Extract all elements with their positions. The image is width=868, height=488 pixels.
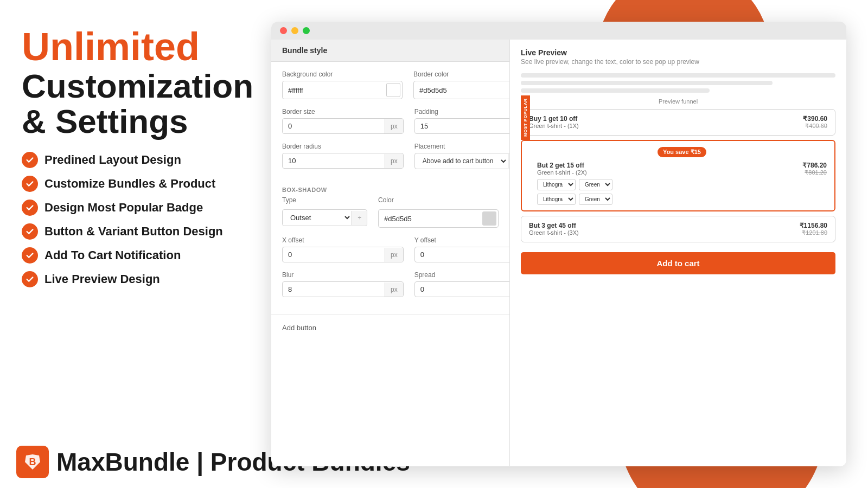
padding-input-row: px bbox=[414, 118, 510, 134]
form-row-blur-spread: Blur px Spread px bbox=[282, 271, 499, 297]
mac-window: Bundle style Background color Border col… bbox=[271, 22, 846, 466]
shadow-type-select[interactable]: Outset Inset bbox=[283, 210, 352, 226]
placement-select[interactable]: Above add to cart button Below add to ca… bbox=[415, 153, 508, 169]
blur-input[interactable] bbox=[283, 282, 385, 297]
form-group-shadow-type: Type Outset Inset ÷ bbox=[282, 196, 367, 228]
bundle-2-price-current: ₹786.20 bbox=[802, 162, 827, 169]
border-size-input[interactable] bbox=[283, 119, 385, 133]
bundle-2-price-old: ₹801.20 bbox=[802, 169, 827, 176]
feature-label-customize: Customize Bundles & Product bbox=[44, 177, 215, 191]
bundle-2-price: ₹786.20 ₹801.20 bbox=[802, 162, 827, 176]
border-size-label: Border size bbox=[282, 108, 404, 115]
bundle-2-subtitle: Green t-shirt - (2X) bbox=[537, 169, 802, 176]
check-icon-predined bbox=[22, 152, 38, 168]
form-group-placement: Placement Above add to cart button Below… bbox=[414, 143, 510, 169]
left-panel: Unlimited Customization & Settings Predi… bbox=[22, 16, 250, 304]
placement-select-wrapper: Above add to cart button Below add to ca… bbox=[414, 153, 510, 169]
x-offset-row: px bbox=[282, 247, 404, 262]
preview-title: Live Preview bbox=[521, 48, 835, 57]
shadow-color-input[interactable] bbox=[379, 211, 481, 226]
bundle-option-1-row: Buy 1 get 10 off Green t-shirt - (1X) ₹3… bbox=[529, 115, 827, 130]
bundle-3-price-old: ₹1201.80 bbox=[800, 229, 827, 236]
bundle-3-subtitle: Green t-shirt - (3X) bbox=[529, 229, 800, 236]
border-radius-input[interactable] bbox=[283, 153, 385, 168]
blur-row: px bbox=[282, 281, 404, 297]
add-to-cart-button[interactable]: Add to cart bbox=[521, 252, 835, 274]
bundle-style-header: Bundle style bbox=[271, 40, 509, 62]
border-radius-unit: px bbox=[385, 154, 403, 168]
skeleton-line-1 bbox=[521, 73, 835, 78]
shadow-type-row: Outset Inset ÷ bbox=[282, 209, 367, 226]
heading-settings: & Settings bbox=[22, 104, 250, 139]
bundle-1-subtitle: Green t-shirt - (1X) bbox=[529, 123, 803, 129]
shadow-color-row bbox=[378, 209, 499, 228]
box-shadow-title: BOX-SHADOW bbox=[282, 187, 499, 193]
skeleton-line-2 bbox=[521, 81, 773, 85]
heading-unlimited: Unlimited bbox=[22, 27, 250, 66]
shadow-color-swatch[interactable] bbox=[482, 211, 496, 226]
variant-select-2b[interactable]: Green bbox=[579, 194, 612, 205]
feature-cart-notification: Add To Cart Notification bbox=[22, 247, 250, 264]
form-group-border-color: Border color bbox=[413, 70, 510, 99]
mac-dot-green[interactable] bbox=[303, 27, 310, 34]
variant-select-1b[interactable]: Green bbox=[579, 179, 612, 190]
placement-label: Placement bbox=[414, 143, 510, 150]
add-button-label[interactable]: Add button bbox=[282, 324, 316, 332]
form-group-spread: Spread px bbox=[414, 271, 510, 297]
window-left-pane: Bundle style Background color Border col… bbox=[271, 40, 510, 466]
feature-label-predined: Predined Layout Design bbox=[44, 153, 181, 167]
shadow-color-label: Color bbox=[378, 196, 499, 204]
border-radius-label: Border radius bbox=[282, 143, 404, 150]
form-row-size-padding: Border size px Padding px bbox=[282, 108, 499, 134]
mac-dot-yellow[interactable] bbox=[291, 27, 298, 34]
spread-label: Spread bbox=[414, 271, 510, 279]
form-group-border-size: Border size px bbox=[282, 108, 404, 134]
variant-select-1a[interactable]: Lithogra bbox=[537, 179, 576, 190]
bundle-option-2-left: But 2 get 15 off Green t-shirt - (2X) Li… bbox=[537, 162, 802, 205]
bg-color-input-row bbox=[282, 81, 403, 99]
feature-customize: Customize Bundles & Product bbox=[22, 176, 250, 192]
check-icon-badge bbox=[22, 200, 38, 216]
mac-dot-red[interactable] bbox=[280, 27, 287, 34]
blur-unit: px bbox=[385, 282, 403, 297]
variant-selects-row1: Lithogra Green bbox=[537, 179, 802, 190]
form-group-bg-color: Background color bbox=[282, 70, 403, 99]
border-color-input[interactable] bbox=[414, 83, 510, 98]
y-offset-label: Y offset bbox=[414, 236, 510, 244]
variant-select-2a[interactable]: Lithogra bbox=[537, 194, 576, 205]
bg-color-label: Background color bbox=[282, 70, 403, 78]
features-list: Predined Layout Design Customize Bundles… bbox=[22, 152, 250, 287]
border-color-input-row bbox=[413, 81, 510, 99]
most-popular-badge: MOST POPULAR bbox=[521, 95, 530, 140]
blur-label: Blur bbox=[282, 271, 404, 279]
bg-color-input[interactable] bbox=[283, 83, 385, 98]
feature-label-badge: Design Most Popular Badge bbox=[44, 201, 203, 215]
feature-button: Button & Variant Button Design bbox=[22, 223, 250, 240]
x-offset-input[interactable] bbox=[283, 247, 385, 262]
form-group-border-radius: Border radius px bbox=[282, 143, 404, 169]
bundle-option-3-left: But 3 get 45 off Green t-shirt - (3X) bbox=[529, 222, 800, 236]
bundle-1-title: Buy 1 get 10 off bbox=[529, 115, 803, 123]
feature-label-live: Live Preview Design bbox=[44, 272, 160, 286]
bundle-1-price-old: ₹400.60 bbox=[803, 123, 827, 130]
feature-label-cart: Add To Cart Notification bbox=[44, 248, 181, 262]
form-row-radius-placement: Border radius px Placement Above add to … bbox=[282, 143, 499, 169]
bg-color-swatch[interactable] bbox=[386, 83, 400, 97]
form-group-x-offset: X offset px bbox=[282, 236, 404, 262]
shadow-type-arrow: ÷ bbox=[352, 211, 367, 225]
you-save-badge: You save ₹15 bbox=[658, 147, 706, 157]
add-button-section: Add button bbox=[271, 314, 509, 340]
check-icon-live bbox=[22, 271, 38, 287]
skeleton-line-3 bbox=[521, 88, 710, 93]
padding-input[interactable] bbox=[415, 119, 510, 133]
box-shadow-section: BOX-SHADOW Type Outset Inset ÷ bbox=[271, 187, 509, 314]
form-row-shadow-type-color: Type Outset Inset ÷ Color bbox=[282, 196, 499, 228]
spread-input[interactable] bbox=[415, 282, 510, 297]
form-group-blur: Blur px bbox=[282, 271, 404, 297]
y-offset-input[interactable] bbox=[415, 247, 510, 262]
y-offset-row: px bbox=[414, 247, 510, 262]
form-group-y-offset: Y offset px bbox=[414, 236, 510, 262]
variant-selects-row2: Lithogra Green bbox=[537, 194, 802, 205]
form-group-shadow-color: Color bbox=[378, 196, 499, 228]
heading-customization: Customization bbox=[22, 68, 250, 104]
